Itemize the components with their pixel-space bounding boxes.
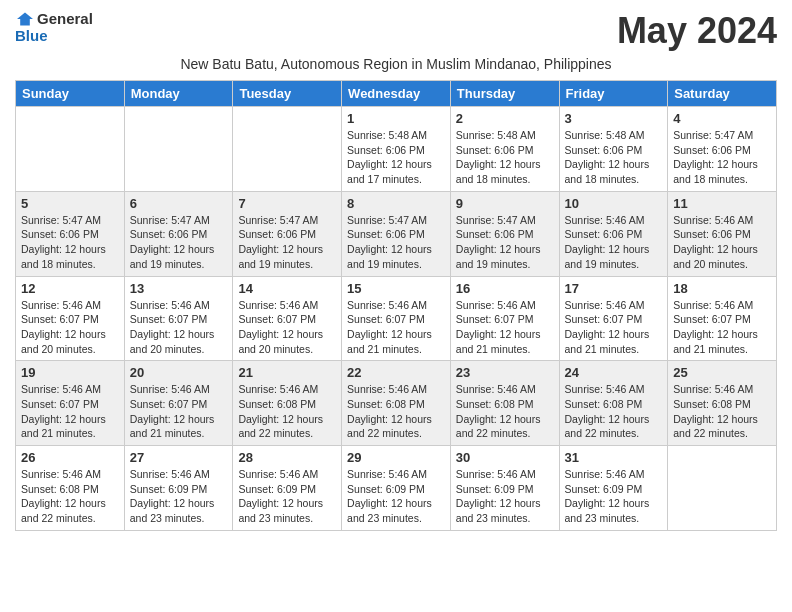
day-info: Sunrise: 5:46 AMSunset: 6:08 PMDaylight:… (565, 382, 663, 441)
day-number: 26 (21, 450, 119, 465)
calendar-cell: 5Sunrise: 5:47 AMSunset: 6:06 PMDaylight… (16, 191, 125, 276)
calendar-week-2: 5Sunrise: 5:47 AMSunset: 6:06 PMDaylight… (16, 191, 777, 276)
day-number: 18 (673, 281, 771, 296)
day-info: Sunrise: 5:46 AMSunset: 6:08 PMDaylight:… (238, 382, 336, 441)
day-info: Sunrise: 5:46 AMSunset: 6:07 PMDaylight:… (673, 298, 771, 357)
calendar-table: Sunday Monday Tuesday Wednesday Thursday… (15, 80, 777, 531)
day-number: 27 (130, 450, 228, 465)
calendar-cell: 21Sunrise: 5:46 AMSunset: 6:08 PMDayligh… (233, 361, 342, 446)
calendar-cell: 27Sunrise: 5:46 AMSunset: 6:09 PMDayligh… (124, 446, 233, 531)
logo: General Blue (15, 10, 93, 44)
calendar-week-3: 12Sunrise: 5:46 AMSunset: 6:07 PMDayligh… (16, 276, 777, 361)
page: General Blue May 2024 New Batu Batu, Aut… (0, 0, 792, 546)
day-number: 29 (347, 450, 445, 465)
day-info: Sunrise: 5:47 AMSunset: 6:06 PMDaylight:… (673, 128, 771, 187)
day-number: 5 (21, 196, 119, 211)
calendar-cell: 4Sunrise: 5:47 AMSunset: 6:06 PMDaylight… (668, 107, 777, 192)
day-number: 3 (565, 111, 663, 126)
day-number: 6 (130, 196, 228, 211)
calendar-cell: 15Sunrise: 5:46 AMSunset: 6:07 PMDayligh… (342, 276, 451, 361)
calendar-cell: 20Sunrise: 5:46 AMSunset: 6:07 PMDayligh… (124, 361, 233, 446)
day-number: 12 (21, 281, 119, 296)
calendar-cell: 18Sunrise: 5:46 AMSunset: 6:07 PMDayligh… (668, 276, 777, 361)
day-info: Sunrise: 5:47 AMSunset: 6:06 PMDaylight:… (21, 213, 119, 272)
day-info: Sunrise: 5:46 AMSunset: 6:09 PMDaylight:… (130, 467, 228, 526)
day-info: Sunrise: 5:46 AMSunset: 6:08 PMDaylight:… (347, 382, 445, 441)
day-info: Sunrise: 5:46 AMSunset: 6:07 PMDaylight:… (456, 298, 554, 357)
day-info: Sunrise: 5:46 AMSunset: 6:09 PMDaylight:… (238, 467, 336, 526)
day-number: 19 (21, 365, 119, 380)
calendar-cell (668, 446, 777, 531)
day-info: Sunrise: 5:46 AMSunset: 6:08 PMDaylight:… (21, 467, 119, 526)
header-row: Sunday Monday Tuesday Wednesday Thursday… (16, 81, 777, 107)
day-info: Sunrise: 5:46 AMSunset: 6:07 PMDaylight:… (238, 298, 336, 357)
col-wednesday: Wednesday (342, 81, 451, 107)
day-info: Sunrise: 5:46 AMSunset: 6:07 PMDaylight:… (130, 298, 228, 357)
calendar-cell: 14Sunrise: 5:46 AMSunset: 6:07 PMDayligh… (233, 276, 342, 361)
day-info: Sunrise: 5:47 AMSunset: 6:06 PMDaylight:… (347, 213, 445, 272)
day-number: 15 (347, 281, 445, 296)
day-info: Sunrise: 5:46 AMSunset: 6:09 PMDaylight:… (347, 467, 445, 526)
logo-general-text: General (37, 10, 93, 27)
calendar-cell: 19Sunrise: 5:46 AMSunset: 6:07 PMDayligh… (16, 361, 125, 446)
calendar-cell: 30Sunrise: 5:46 AMSunset: 6:09 PMDayligh… (450, 446, 559, 531)
calendar-cell: 28Sunrise: 5:46 AMSunset: 6:09 PMDayligh… (233, 446, 342, 531)
calendar-cell (233, 107, 342, 192)
day-info: Sunrise: 5:46 AMSunset: 6:06 PMDaylight:… (673, 213, 771, 272)
day-number: 25 (673, 365, 771, 380)
day-number: 10 (565, 196, 663, 211)
day-info: Sunrise: 5:48 AMSunset: 6:06 PMDaylight:… (347, 128, 445, 187)
day-info: Sunrise: 5:46 AMSunset: 6:08 PMDaylight:… (456, 382, 554, 441)
calendar-cell: 16Sunrise: 5:46 AMSunset: 6:07 PMDayligh… (450, 276, 559, 361)
calendar-cell: 6Sunrise: 5:47 AMSunset: 6:06 PMDaylight… (124, 191, 233, 276)
calendar-cell: 7Sunrise: 5:47 AMSunset: 6:06 PMDaylight… (233, 191, 342, 276)
day-number: 7 (238, 196, 336, 211)
day-info: Sunrise: 5:46 AMSunset: 6:07 PMDaylight:… (565, 298, 663, 357)
header: General Blue May 2024 (15, 10, 777, 52)
logo-blue-text: Blue (15, 27, 48, 44)
logo-icon (15, 11, 35, 27)
day-info: Sunrise: 5:46 AMSunset: 6:06 PMDaylight:… (565, 213, 663, 272)
day-info: Sunrise: 5:46 AMSunset: 6:08 PMDaylight:… (673, 382, 771, 441)
day-number: 20 (130, 365, 228, 380)
day-info: Sunrise: 5:48 AMSunset: 6:06 PMDaylight:… (456, 128, 554, 187)
col-friday: Friday (559, 81, 668, 107)
calendar-cell: 22Sunrise: 5:46 AMSunset: 6:08 PMDayligh… (342, 361, 451, 446)
day-info: Sunrise: 5:47 AMSunset: 6:06 PMDaylight:… (238, 213, 336, 272)
day-number: 14 (238, 281, 336, 296)
subtitle: New Batu Batu, Autonomous Region in Musl… (15, 56, 777, 72)
calendar-cell: 23Sunrise: 5:46 AMSunset: 6:08 PMDayligh… (450, 361, 559, 446)
day-number: 17 (565, 281, 663, 296)
day-number: 21 (238, 365, 336, 380)
day-number: 23 (456, 365, 554, 380)
col-thursday: Thursday (450, 81, 559, 107)
calendar-cell (124, 107, 233, 192)
col-tuesday: Tuesday (233, 81, 342, 107)
day-number: 31 (565, 450, 663, 465)
calendar-cell (16, 107, 125, 192)
day-number: 2 (456, 111, 554, 126)
calendar-cell: 13Sunrise: 5:46 AMSunset: 6:07 PMDayligh… (124, 276, 233, 361)
calendar-cell: 26Sunrise: 5:46 AMSunset: 6:08 PMDayligh… (16, 446, 125, 531)
day-info: Sunrise: 5:48 AMSunset: 6:06 PMDaylight:… (565, 128, 663, 187)
day-number: 1 (347, 111, 445, 126)
day-info: Sunrise: 5:47 AMSunset: 6:06 PMDaylight:… (130, 213, 228, 272)
calendar-week-4: 19Sunrise: 5:46 AMSunset: 6:07 PMDayligh… (16, 361, 777, 446)
calendar-cell: 3Sunrise: 5:48 AMSunset: 6:06 PMDaylight… (559, 107, 668, 192)
calendar-week-5: 26Sunrise: 5:46 AMSunset: 6:08 PMDayligh… (16, 446, 777, 531)
calendar-cell: 24Sunrise: 5:46 AMSunset: 6:08 PMDayligh… (559, 361, 668, 446)
calendar-cell: 25Sunrise: 5:46 AMSunset: 6:08 PMDayligh… (668, 361, 777, 446)
day-number: 11 (673, 196, 771, 211)
calendar-cell: 10Sunrise: 5:46 AMSunset: 6:06 PMDayligh… (559, 191, 668, 276)
col-sunday: Sunday (16, 81, 125, 107)
calendar-cell: 8Sunrise: 5:47 AMSunset: 6:06 PMDaylight… (342, 191, 451, 276)
day-info: Sunrise: 5:46 AMSunset: 6:09 PMDaylight:… (565, 467, 663, 526)
day-info: Sunrise: 5:46 AMSunset: 6:07 PMDaylight:… (21, 298, 119, 357)
calendar-cell: 11Sunrise: 5:46 AMSunset: 6:06 PMDayligh… (668, 191, 777, 276)
calendar-cell: 12Sunrise: 5:46 AMSunset: 6:07 PMDayligh… (16, 276, 125, 361)
day-number: 24 (565, 365, 663, 380)
month-title: May 2024 (617, 10, 777, 52)
col-monday: Monday (124, 81, 233, 107)
calendar-cell: 9Sunrise: 5:47 AMSunset: 6:06 PMDaylight… (450, 191, 559, 276)
calendar-cell: 31Sunrise: 5:46 AMSunset: 6:09 PMDayligh… (559, 446, 668, 531)
